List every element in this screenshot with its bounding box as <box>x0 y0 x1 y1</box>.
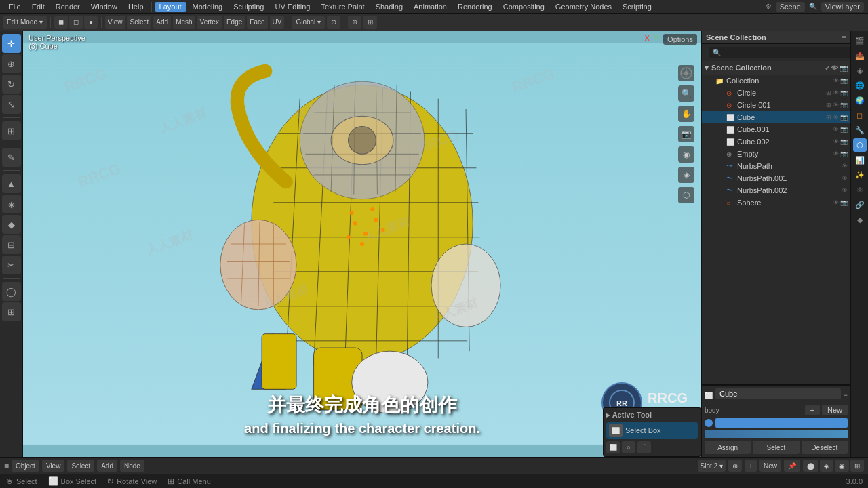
collection-eye-btn[interactable]: 👁 <box>833 77 839 84</box>
smooth-tool[interactable]: ◯ <box>2 282 21 301</box>
menu-file[interactable]: File <box>4 2 26 12</box>
select-mat-btn[interactable]: Select <box>753 441 799 454</box>
rotate-tool[interactable]: ↻ <box>2 75 21 94</box>
zoom-gizmo[interactable]: 🔍 <box>678 85 694 102</box>
mode-circle-btn[interactable]: ○ <box>622 441 635 453</box>
scene-name[interactable]: Scene <box>776 2 805 12</box>
material-color-swatch[interactable] <box>705 419 713 427</box>
workspace-geometry-nodes[interactable]: Geometry Nodes <box>551 2 616 12</box>
object-name-input[interactable] <box>715 388 841 399</box>
annotate-tool[interactable]: ✎ <box>2 148 21 167</box>
sphere-cam-btn[interactable]: 📷 <box>840 199 848 206</box>
outliner-item-sphere[interactable]: ○ Sphere 👁 📷 <box>702 197 850 209</box>
cube-cam-btn[interactable]: 📷 <box>840 114 848 121</box>
circle-cam-btn[interactable]: 📷 <box>840 89 848 96</box>
mode-lasso-btn[interactable]: ⌒ <box>637 441 651 453</box>
timeline-play-back-btn[interactable]: ⊕ <box>728 460 742 472</box>
prop-view-layer-icon[interactable]: ◈ <box>853 64 867 77</box>
uv-menu-btn[interactable]: UV <box>270 16 285 29</box>
viewport-wire-btn[interactable]: ◻ <box>69 16 83 29</box>
collection-restrict-icon[interactable]: ✓ <box>825 64 830 72</box>
loop-cut-tool[interactable]: ⊟ <box>2 235 21 254</box>
workspace-texture-paint[interactable]: Texture Paint <box>316 2 369 12</box>
outliner-item-collection[interactable]: 📁 Collection 👁 📷 <box>702 75 850 87</box>
outliner-item-cube002[interactable]: ⬜ Cube.002 👁 📷 <box>702 136 850 148</box>
sphere-eye-btn[interactable]: 👁 <box>833 199 839 206</box>
prop-scene-icon[interactable]: 🌐 <box>853 79 867 92</box>
inset-tool[interactable]: ◈ <box>2 195 21 214</box>
mode-box-btn[interactable]: ⬜ <box>606 441 620 453</box>
outliner-item-circle001[interactable]: ⊙ Circle.001 ⊞ 👁 📷 <box>702 99 850 111</box>
slot-dropdown[interactable]: Slot 2 ▾ <box>698 460 726 472</box>
transform-tool[interactable]: ⊞ <box>2 121 21 140</box>
viewport-3d[interactable]: RRCG 人人素材 RRCG 人人素材 RRCG 人人素材 RRCG 人人素材 … <box>23 31 701 457</box>
grid-fill-tool[interactable]: ⊞ <box>2 302 21 321</box>
prop-modifier-icon[interactable]: 🔧 <box>853 123 867 137</box>
material-add-btn[interactable]: + <box>805 405 820 415</box>
workspace-uv-editing[interactable]: UV Editing <box>270 2 315 12</box>
cube-eye-btn[interactable]: 👁 <box>833 114 839 121</box>
active-tool-row[interactable]: ⬜ Select Box <box>606 422 698 439</box>
proportional-btn[interactable]: ⊙ <box>327 16 340 29</box>
workspace-sculpting[interactable]: Sculpting <box>229 2 269 12</box>
select-menu-btn[interactable]: Select <box>127 16 152 29</box>
workspace-modeling[interactable]: Modeling <box>188 2 228 12</box>
outliner-item-nurbspath002[interactable]: 〜 NurbsPath.002 👁 <box>702 184 850 197</box>
tl-mode-2[interactable]: ◈ <box>820 460 833 472</box>
outliner-item-cube[interactable]: ⬜ Cube ⊞ 👁 📷 <box>702 111 850 123</box>
prop-object-data-icon[interactable]: ◆ <box>853 213 867 226</box>
orbit-gizmo[interactable] <box>678 65 694 81</box>
viewport-rendered-btn[interactable]: ● <box>84 16 98 29</box>
outliner-search-input[interactable] <box>709 47 850 58</box>
workspace-rendering[interactable]: Rendering <box>453 2 497 12</box>
vertex-menu-btn[interactable]: Vertex <box>197 16 222 29</box>
cube001-cam-btn[interactable]: 📷 <box>840 126 848 133</box>
timeline-node-btn[interactable]: Node <box>120 460 144 472</box>
cube002-eye-btn[interactable]: 👁 <box>833 138 839 145</box>
timeline-select-btn[interactable]: Select <box>67 460 94 472</box>
outliner-item-circle[interactable]: ⊙ Circle ⊞ 👁 📷 <box>702 87 850 99</box>
assign-btn[interactable]: Assign <box>705 441 751 454</box>
knife-tool[interactable]: ✂ <box>2 256 21 274</box>
prop-world-icon[interactable]: 🌍 <box>853 94 867 107</box>
timeline-new-btn[interactable]: New <box>760 460 781 472</box>
cube001-eye-btn[interactable]: 👁 <box>833 126 839 133</box>
bevel-tool[interactable]: ◆ <box>2 215 21 234</box>
prop-output-icon[interactable]: 📤 <box>853 49 867 62</box>
empty-eye-btn[interactable]: 👁 <box>833 150 839 157</box>
nurbspath002-eye-btn[interactable]: 👁 <box>842 187 848 194</box>
collection-cam-btn[interactable]: 📷 <box>840 77 848 84</box>
xray-gizmo[interactable]: ⬡ <box>678 187 694 203</box>
timeline-pin-btn[interactable]: 📌 <box>784 460 800 472</box>
magnet-btn[interactable]: ⊕ <box>348 16 361 29</box>
nurbspath001-eye-btn[interactable]: 👁 <box>842 175 848 182</box>
timeline-object-btn[interactable]: Object <box>12 460 39 472</box>
mirror-btn[interactable]: ⊞ <box>363 16 377 29</box>
collection-camera-icon[interactable]: 📷 <box>840 64 848 72</box>
outliner-scene-collection[interactable]: ▾ Scene Collection ✓ 👁 📷 <box>702 61 850 75</box>
circle001-eye-btn[interactable]: 👁 <box>833 102 839 108</box>
deselect-mat-btn[interactable]: Deselect <box>802 441 848 454</box>
material-new-btn[interactable]: New <box>822 405 848 415</box>
circle001-cam-btn[interactable]: 📷 <box>840 102 848 108</box>
menu-help[interactable]: Help <box>123 2 149 12</box>
view-menu-btn[interactable]: View <box>105 16 125 29</box>
mode-dropdown[interactable]: Edit Mode ▾ <box>3 16 47 29</box>
prop-object-icon[interactable]: ◻ <box>853 108 867 122</box>
nurbspath-eye-btn[interactable]: 👁 <box>842 163 848 169</box>
timeline-add-track-btn[interactable]: + <box>745 460 757 472</box>
timeline-view-btn[interactable]: View <box>42 460 65 472</box>
overlay-gizmo[interactable]: ◈ <box>678 167 694 183</box>
cursor-tool[interactable]: ✛ <box>2 34 21 53</box>
prop-render-icon[interactable]: 🎬 <box>853 34 867 47</box>
object-name-options[interactable]: ≡ <box>844 392 848 399</box>
workspace-animation[interactable]: Animation <box>409 2 452 12</box>
cube-filter-icon[interactable]: ⊞ <box>826 114 831 121</box>
workspace-shading[interactable]: Shading <box>371 2 408 12</box>
mesh-menu-btn[interactable]: Mesh <box>173 16 195 29</box>
workspace-scripting[interactable]: Scripting <box>618 2 656 12</box>
outliner-options-btn[interactable]: ≡ <box>842 33 846 41</box>
prop-data-icon[interactable]: 📊 <box>853 153 867 167</box>
menu-render[interactable]: Render <box>51 2 85 12</box>
prop-constraints-icon[interactable]: 🔗 <box>853 198 867 211</box>
